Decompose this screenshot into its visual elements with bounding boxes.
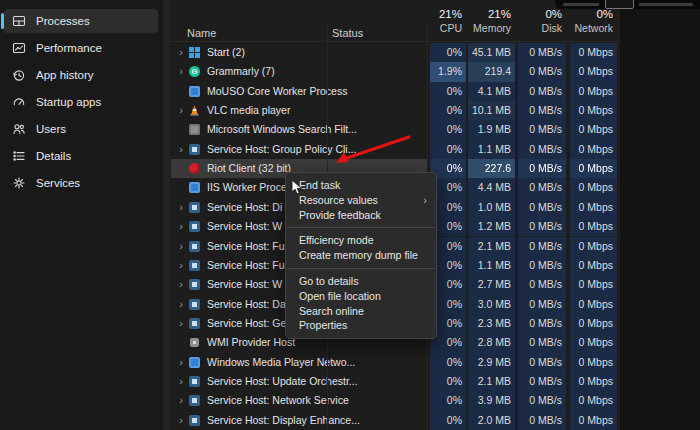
expand-chevron-icon[interactable]: › bbox=[176, 43, 186, 62]
esc-key-outline bbox=[605, 0, 634, 9]
memory-cell: 3.9 MB bbox=[468, 391, 515, 410]
process-row[interactable]: ›GGrammarly (7)1.9%219.4 MB0 MB/s0 Mbps bbox=[170, 62, 620, 81]
process-row[interactable]: ›Service Host: Update Orchestr...0%2.1 M… bbox=[170, 372, 620, 391]
process-name: Start (2) bbox=[207, 43, 245, 62]
expand-chevron-icon[interactable]: › bbox=[176, 198, 186, 217]
expand-chevron-icon[interactable]: › bbox=[176, 140, 186, 159]
fullscreen-exit-hint bbox=[555, 0, 700, 9]
column-header-status[interactable]: Status bbox=[332, 27, 363, 39]
memory-cell: 1.9 MB bbox=[468, 120, 515, 139]
expand-chevron-icon[interactable]: › bbox=[176, 411, 186, 430]
hint-text-fragment bbox=[639, 3, 693, 6]
process-name: Service Host: W bbox=[207, 217, 282, 236]
sidebar-item-label: Startup apps bbox=[36, 96, 101, 108]
sidebar-item-details[interactable]: Details bbox=[4, 144, 158, 168]
menu-item-end-task[interactable]: End task bbox=[286, 178, 436, 193]
menu-item-go-to-details[interactable]: Go to details bbox=[286, 274, 436, 289]
memory-cell: 227.6 MB bbox=[468, 159, 515, 178]
riot-icon bbox=[189, 163, 200, 174]
column-header-memory[interactable]: 21%Memory bbox=[468, 5, 515, 42]
expand-chevron-icon[interactable]: › bbox=[176, 391, 186, 410]
sidebar-item-users[interactable]: Users bbox=[4, 117, 158, 141]
network-cell: 0 Mbps bbox=[570, 217, 617, 236]
menu-item-search-online[interactable]: Search online bbox=[286, 304, 436, 319]
column-header-disk[interactable]: 0%Disk bbox=[518, 5, 566, 42]
mouse-cursor bbox=[291, 179, 303, 196]
memory-cell: 1.2 MB bbox=[468, 217, 515, 236]
sidebar-item-performance[interactable]: Performance bbox=[4, 36, 158, 60]
expand-chevron-icon[interactable]: › bbox=[176, 217, 186, 236]
memory-cell: 2.9 MB bbox=[468, 353, 515, 372]
sidebar-item-startup-apps[interactable]: Startup apps bbox=[4, 90, 158, 114]
expand-chevron-icon[interactable]: › bbox=[176, 372, 186, 391]
expand-chevron-icon[interactable]: › bbox=[176, 256, 186, 275]
sidebar-item-app-history[interactable]: App history bbox=[4, 63, 158, 87]
menu-item-label: Open file location bbox=[299, 290, 381, 302]
process-row[interactable]: Microsoft Windows Search Filt...0%1.9 MB… bbox=[170, 120, 620, 139]
process-row[interactable]: ›Service Host: Network Service0%3.9 MB0 … bbox=[170, 391, 620, 410]
menu-item-properties[interactable]: Properties bbox=[286, 318, 436, 333]
cpu-cell: 0% bbox=[430, 411, 466, 430]
process-name: Service Host: Group Policy Cli... bbox=[207, 140, 356, 159]
expand-chevron-icon[interactable]: › bbox=[176, 314, 186, 333]
expand-chevron-icon[interactable]: › bbox=[176, 275, 186, 294]
memory-cell: 2.1 MB bbox=[468, 237, 515, 256]
process-row[interactable]: ›Start (2)0%45.1 MB0 MB/s0 Mbps bbox=[170, 43, 620, 62]
expand-chevron-icon[interactable]: › bbox=[176, 295, 186, 314]
hint-text-fragment bbox=[563, 3, 599, 6]
column-title: Memory bbox=[468, 21, 511, 35]
menu-item-provide-feedback[interactable]: Provide feedback bbox=[286, 208, 436, 223]
memory-cell: 1.1 MB bbox=[468, 140, 515, 159]
sidebar-item-label: Performance bbox=[36, 42, 102, 54]
vertical-scrollbar[interactable] bbox=[163, 0, 170, 430]
process-row[interactable]: ›Service Host: Display Enhance...0%2.0 M… bbox=[170, 411, 620, 430]
vlc-icon bbox=[189, 105, 200, 116]
menu-item-create-memory-dump-file[interactable]: Create memory dump file bbox=[286, 248, 436, 263]
process-row[interactable]: ›Windows Media Player Netwo...0%2.9 MB0 … bbox=[170, 353, 620, 372]
column-header-name[interactable]: Name bbox=[187, 27, 216, 39]
disk-cell: 0 MB/s bbox=[518, 178, 566, 197]
sidebar-item-processes[interactable]: Processes bbox=[4, 9, 158, 33]
sidebar-item-label: App history bbox=[36, 69, 94, 81]
process-name: Service Host: Da bbox=[207, 295, 286, 314]
blue-app-icon bbox=[189, 86, 200, 97]
process-row[interactable]: ›VLC media player0%10.1 MB0 MB/s0 Mbps bbox=[170, 101, 620, 120]
menu-item-label: Go to details bbox=[299, 275, 358, 287]
menu-item-label: End task bbox=[299, 179, 340, 191]
svchost-icon bbox=[189, 260, 200, 271]
cpu-cell: 0% bbox=[430, 43, 466, 62]
menu-item-label: Create memory dump file bbox=[299, 249, 418, 261]
disk-cell: 0 MB/s bbox=[518, 256, 566, 275]
process-row[interactable]: ›Service Host: Group Policy Cli...0%1.1 … bbox=[170, 140, 620, 159]
svchost-icon bbox=[189, 241, 200, 252]
memory-cell: 2.8 MB bbox=[468, 333, 515, 352]
network-cell: 0 Mbps bbox=[570, 198, 617, 217]
network-cell: 0 Mbps bbox=[570, 333, 617, 352]
memory-cell: 1.1 MB bbox=[468, 256, 515, 275]
column-header-cpu[interactable]: 21%CPU bbox=[426, 5, 466, 42]
blue-app-icon bbox=[189, 182, 200, 193]
expand-chevron-icon[interactable]: › bbox=[176, 62, 186, 81]
details-icon bbox=[11, 149, 26, 164]
menu-item-open-file-location[interactable]: Open file location bbox=[286, 289, 436, 304]
network-cell: 0 Mbps bbox=[570, 411, 617, 430]
users-icon bbox=[11, 122, 26, 137]
disk-cell: 0 MB/s bbox=[518, 353, 566, 372]
network-cell: 0 Mbps bbox=[570, 120, 617, 139]
network-cell: 0 Mbps bbox=[570, 295, 617, 314]
process-name: Service Host: W bbox=[207, 275, 282, 294]
menu-item-resource-values[interactable]: Resource values› bbox=[286, 193, 436, 208]
process-row[interactable]: MoUSO Core Worker Process0%4.1 MB0 MB/s0… bbox=[170, 82, 620, 101]
memory-cell: 1.0 MB bbox=[468, 198, 515, 217]
cpu-cell: 1.9% bbox=[430, 62, 466, 81]
sidebar-item-services[interactable]: Services bbox=[4, 171, 158, 195]
expand-chevron-icon[interactable]: › bbox=[176, 353, 186, 372]
column-total-percent: 21% bbox=[468, 7, 511, 21]
sidebar-nav: ProcessesPerformanceApp historyStartup a… bbox=[0, 0, 163, 430]
disk-cell: 0 MB/s bbox=[518, 62, 566, 81]
expand-chevron-icon[interactable]: › bbox=[176, 101, 186, 120]
column-header-network[interactable]: 0%Network bbox=[570, 5, 617, 42]
menu-item-efficiency-mode[interactable]: Efficiency mode bbox=[286, 233, 436, 248]
expand-chevron-icon[interactable]: › bbox=[176, 237, 186, 256]
disk-cell: 0 MB/s bbox=[518, 198, 566, 217]
